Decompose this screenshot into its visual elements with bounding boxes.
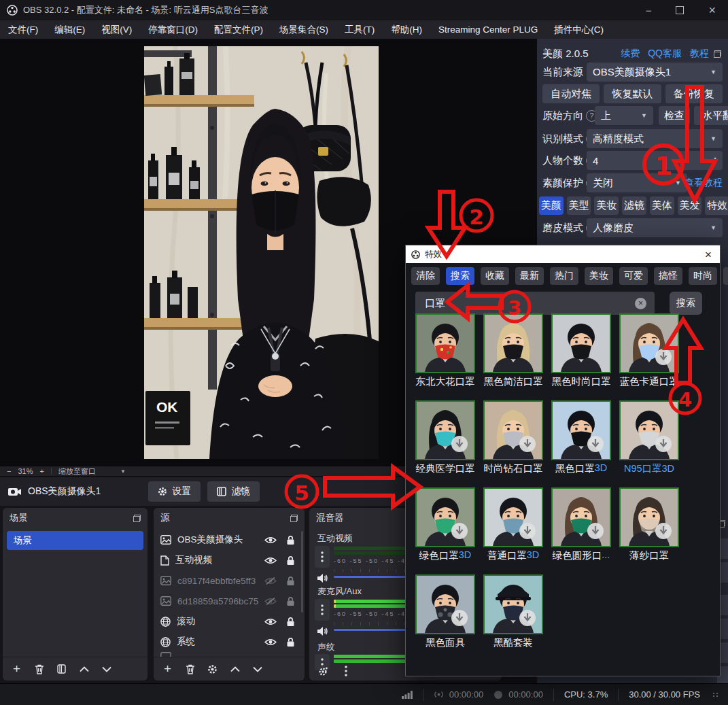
orientation-select[interactable]: 上 ▼ bbox=[595, 106, 653, 125]
person-count-stepper[interactable]: 4 ▴▾ bbox=[587, 151, 723, 170]
add-source-button[interactable]: + bbox=[162, 664, 173, 675]
move-scene-up-button[interactable] bbox=[78, 664, 90, 675]
move-source-up-button[interactable] bbox=[229, 664, 241, 675]
effect-thumbnail[interactable] bbox=[415, 487, 475, 547]
remove-source-button[interactable] bbox=[184, 664, 196, 675]
lock-icon[interactable] bbox=[286, 535, 295, 545]
effects-category-tab[interactable]: 搞怪 bbox=[654, 267, 682, 285]
minimize-button[interactable]: − bbox=[646, 5, 652, 16]
effect-thumbnail[interactable] bbox=[483, 400, 543, 460]
stepper-arrows-icon[interactable]: ▴▾ bbox=[714, 156, 716, 165]
visibility-toggle-icon[interactable] bbox=[264, 597, 277, 606]
zoom-in-button[interactable]: + bbox=[39, 467, 44, 475]
visibility-toggle-icon[interactable] bbox=[264, 617, 277, 626]
scene-item[interactable]: 场景 bbox=[7, 531, 143, 550]
effect-thumbnail[interactable] bbox=[415, 313, 475, 373]
menu-item[interactable]: 配置文件(P) bbox=[214, 24, 263, 36]
skin-smooth-select[interactable]: 人像磨皮 ▼ bbox=[587, 218, 723, 237]
move-scene-down-button[interactable] bbox=[101, 664, 112, 675]
close-button[interactable]: × bbox=[708, 4, 716, 16]
source-row[interactable]: 互动视频 bbox=[154, 550, 302, 570]
mute-toggle-icon[interactable] bbox=[315, 570, 330, 585]
plugin-header-link[interactable]: QQ客服 bbox=[648, 48, 682, 60]
plugin-header-link[interactable]: 教程 bbox=[690, 48, 709, 60]
beauty-tab[interactable]: 美体 bbox=[650, 196, 674, 215]
effect-thumbnail[interactable] bbox=[551, 400, 611, 460]
lock-icon[interactable] bbox=[286, 596, 295, 606]
source-row[interactable]: c8917f4ebbfbfe5ff3 bbox=[154, 570, 302, 591]
source-properties-button[interactable] bbox=[207, 664, 218, 675]
beauty-tab[interactable]: 滤镜 bbox=[622, 196, 646, 215]
effect-thumbnail[interactable] bbox=[619, 400, 679, 460]
menu-item[interactable]: 帮助(H) bbox=[391, 24, 422, 36]
menu-item[interactable]: 插件中心(C) bbox=[554, 24, 604, 36]
view-tutorial-link[interactable]: 查看教程 bbox=[684, 177, 723, 189]
beauty-action-button[interactable]: 恢复默认 bbox=[604, 84, 661, 103]
menu-item[interactable]: 视图(V) bbox=[101, 24, 132, 36]
lock-icon[interactable] bbox=[286, 555, 295, 566]
effect-thumbnail[interactable] bbox=[415, 574, 475, 634]
search-input[interactable] bbox=[423, 297, 635, 310]
add-scene-button[interactable]: + bbox=[11, 664, 22, 675]
menu-item[interactable]: 文件(F) bbox=[8, 24, 38, 36]
effect-thumbnail[interactable] bbox=[483, 487, 543, 547]
mixer-menu-button[interactable] bbox=[340, 666, 351, 677]
effect-thumbnail[interactable] bbox=[551, 313, 611, 373]
popout-icon[interactable] bbox=[714, 50, 721, 58]
scene-filters-button[interactable] bbox=[56, 664, 67, 675]
mute-toggle-icon[interactable] bbox=[315, 623, 330, 638]
menu-item[interactable]: Streaming Center PLUG bbox=[438, 24, 538, 35]
advanced-audio-button[interactable] bbox=[317, 666, 329, 677]
beauty-action-button[interactable]: 自动对焦 bbox=[542, 84, 600, 103]
visibility-toggle-icon[interactable] bbox=[264, 577, 277, 585]
visibility-toggle-icon[interactable] bbox=[264, 536, 277, 545]
source-row[interactable]: OBS美颜摄像头 bbox=[154, 530, 302, 550]
effects-category-tab[interactable]: 清除 bbox=[411, 267, 440, 285]
source-row[interactable]: 系统 bbox=[154, 632, 302, 652]
effects-category-tab[interactable]: 可爱 bbox=[619, 267, 648, 285]
source-row[interactable]: 6d18859a5796bc75 bbox=[154, 591, 302, 611]
move-source-down-button[interactable] bbox=[252, 664, 263, 675]
effects-category-tab[interactable]: 时尚 bbox=[689, 267, 717, 285]
visibility-toggle-icon[interactable] bbox=[264, 638, 277, 647]
effects-category-tab[interactable]: 热门 bbox=[550, 267, 578, 285]
detect-mode-select[interactable]: 高精度模式 ▼ bbox=[587, 129, 723, 148]
effect-thumbnail[interactable] bbox=[551, 487, 611, 547]
effects-category-tab[interactable]: 美妆 bbox=[585, 267, 613, 285]
menu-item[interactable]: 停靠窗口(D) bbox=[148, 24, 198, 36]
sources-scrollbar[interactable] bbox=[301, 531, 303, 613]
menu-item[interactable]: 编辑(E) bbox=[54, 24, 85, 36]
beauty-tab[interactable]: 美颜 bbox=[539, 196, 564, 215]
effects-category-tab[interactable]: 二次元 bbox=[723, 267, 728, 285]
popout-icon[interactable] bbox=[290, 515, 298, 522]
visibility-toggle-icon[interactable] bbox=[264, 556, 277, 565]
beauty-tab[interactable]: 美妆 bbox=[594, 196, 619, 215]
channel-menu-button[interactable] bbox=[315, 546, 330, 568]
settings-button[interactable]: 设置 bbox=[148, 481, 201, 502]
popout-icon[interactable] bbox=[133, 515, 141, 522]
makeup-protect-select[interactable]: 关闭 ▼ bbox=[587, 173, 687, 192]
beauty-action-button[interactable]: 备份恢复 bbox=[665, 84, 723, 103]
current-source-select[interactable]: OBS美颜摄像头1 ▼ bbox=[587, 63, 723, 82]
lock-icon[interactable] bbox=[286, 617, 295, 627]
effect-thumbnail[interactable] bbox=[483, 574, 543, 634]
beauty-tab[interactable]: 美型 bbox=[567, 196, 591, 215]
beauty-tab[interactable]: 美发 bbox=[678, 196, 702, 215]
resize-grip[interactable] bbox=[713, 693, 718, 697]
search-button[interactable]: 搜索 bbox=[670, 292, 702, 315]
maximize-button[interactable] bbox=[676, 6, 684, 14]
lock-icon[interactable] bbox=[286, 637, 295, 647]
effects-category-tab[interactable]: 收藏 bbox=[481, 267, 509, 285]
remove-scene-button[interactable] bbox=[33, 664, 45, 675]
horizontal-flip-button[interactable]: 水平翻转 bbox=[694, 106, 728, 125]
zoom-out-button[interactable]: − bbox=[7, 467, 11, 475]
effect-thumbnail[interactable] bbox=[483, 313, 543, 373]
lock-icon[interactable] bbox=[286, 576, 295, 586]
fit-to-window[interactable]: 缩放至窗口 bbox=[58, 466, 96, 477]
menu-item[interactable]: 工具(T) bbox=[345, 24, 375, 36]
channel-menu-button[interactable] bbox=[315, 599, 330, 621]
effect-thumbnail[interactable] bbox=[415, 400, 475, 460]
menu-item[interactable]: 场景集合(S) bbox=[279, 24, 328, 36]
source-row[interactable]: 滚动 bbox=[154, 611, 302, 632]
clear-search-icon[interactable]: × bbox=[635, 298, 646, 309]
